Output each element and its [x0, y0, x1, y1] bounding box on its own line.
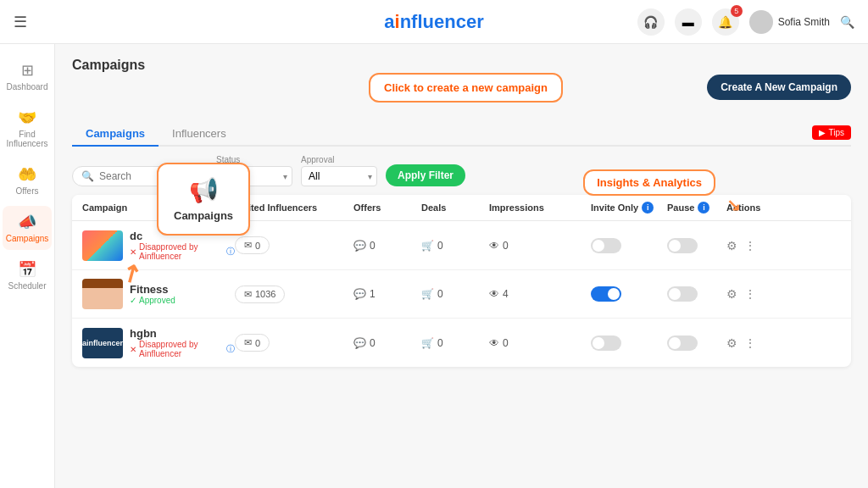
sidebar-item-offers[interactable]: 🤲 Offers [3, 158, 52, 202]
scheduler-icon: 📅 [18, 260, 36, 279]
pause-hgbn[interactable] [667, 336, 726, 351]
main-content: Campaigns Click to create a new campaign… [55, 44, 868, 488]
gear-icon-dc[interactable]: ⚙ [726, 239, 737, 252]
create-campaign-button[interactable]: Create A New Campaign [707, 75, 851, 100]
deals-dc: 🛒 0 [421, 240, 489, 252]
pause-toggle-hgbn[interactable] [667, 336, 698, 351]
offers-hgbn: 💬 0 [353, 337, 421, 349]
invite-toggle-dc[interactable] [591, 238, 621, 253]
sidebar-item-campaigns[interactable]: 📣 Campaigns [3, 206, 52, 250]
dots-icon-dc[interactable]: ⋮ [744, 239, 756, 252]
approved-icon: ✓ [130, 296, 136, 305]
campaign-thumb-fitness [82, 279, 123, 309]
campaigns-tooltip-label: Campaigns [174, 209, 233, 222]
actions-hgbn: ⚙ ⋮ [726, 336, 777, 350]
pause-toggle-fitness[interactable] [667, 286, 698, 302]
invited-mail-btn-hgbn[interactable]: ✉ 0 [235, 334, 270, 352]
pause-fitness[interactable] [667, 286, 726, 302]
sidebar-label-find: Find Influencers [7, 130, 48, 148]
nav-icons: 🎧 ▬ 🔔 5 Sofia Smith 🔍 [637, 8, 854, 36]
actions-fitness: ⚙ ⋮ [726, 287, 777, 301]
disapproved-icon: ✕ [130, 247, 136, 257]
approval-filter-label: Approval [301, 155, 377, 164]
invited-hgbn: ✉ 0 [235, 334, 353, 352]
tabs: Campaigns Influencers ▶ Tips [72, 122, 851, 147]
approval-filter-group: Approval All [301, 155, 377, 186]
offers-fitness: 💬 1 [353, 288, 421, 300]
user-avatar[interactable]: Sofia Smith [749, 10, 830, 34]
analytics-arrow: ↘ [726, 195, 741, 215]
deals-hgbn: 🛒 0 [421, 337, 489, 349]
search-icon-nav[interactable]: 🔍 [840, 15, 854, 29]
offers-icon: 🤲 [18, 165, 36, 184]
hamburger-icon[interactable]: ☰ [14, 13, 27, 31]
offers-dc: 💬 0 [353, 240, 421, 252]
pause-toggle-dc[interactable] [667, 238, 698, 253]
invite-only-fitness[interactable] [591, 286, 667, 302]
bell-icon[interactable]: 🔔 5 [712, 8, 739, 36]
sidebar-item-scheduler[interactable]: 📅 Scheduler [3, 253, 52, 297]
table-row: Fitness ✓ Approved ✉ 1036 💬 1 🛒 0 👁 4 [72, 270, 851, 319]
search-icon: 🔍 [81, 170, 94, 182]
avatar-circle [749, 10, 773, 34]
invite-only-info: i [642, 202, 654, 214]
pause-info: i [698, 202, 709, 214]
impressions-dc: 👁 0 [489, 240, 591, 252]
th-deals: Deals [421, 202, 489, 214]
campaign-cell-hgbn: ainfluencer hgbn ✕ Disapproved by Ainflu… [82, 327, 235, 358]
campaign-thumb-hgbn: ainfluencer [82, 328, 123, 358]
campaign-cell-fitness: Fitness ✓ Approved [82, 279, 235, 309]
gear-icon-fitness[interactable]: ⚙ [726, 287, 737, 301]
actions-dc: ⚙ ⋮ [726, 239, 777, 252]
invited-mail-btn-fitness[interactable]: ✉ 1036 [235, 286, 285, 303]
page-title: Campaigns [72, 58, 851, 73]
invited-mail-btn-dc[interactable]: ✉ 0 [235, 236, 270, 254]
gear-icon-hgbn[interactable]: ⚙ [726, 336, 737, 350]
impressions-hgbn: 👁 0 [489, 337, 591, 349]
notification-badge: 5 [731, 5, 743, 17]
disapproved-icon-hgbn: ✕ [130, 345, 136, 354]
sidebar: ⊞ Dashboard 🤝 Find Influencers 🤲 Offers … [0, 44, 55, 488]
dots-icon-hgbn[interactable]: ⋮ [744, 336, 756, 350]
status-info-hgbn: ⓘ [226, 343, 235, 355]
invited-dc: ✉ 0 [235, 236, 353, 254]
status-badge-hgbn: ✕ Disapproved by Ainfluencer ⓘ [130, 340, 235, 358]
approval-select-wrapper: All [301, 166, 377, 186]
headphone-icon[interactable]: 🎧 [637, 8, 665, 36]
campaigns-tooltip-icon: 📢 [189, 176, 219, 204]
tab-campaigns[interactable]: Campaigns [72, 122, 159, 147]
user-name: Sofia Smith [778, 16, 830, 28]
sidebar-item-find-influencers[interactable]: 🤝 Find Influencers [3, 102, 52, 155]
card-icon[interactable]: ▬ [675, 8, 702, 36]
sidebar-label-scheduler: Scheduler [8, 281, 46, 291]
campaign-info-hgbn: hgbn ✕ Disapproved by Ainfluencer ⓘ [130, 327, 235, 358]
deals-fitness: 🛒 0 [421, 288, 489, 300]
pause-dc[interactable] [667, 238, 726, 253]
layout: ⊞ Dashboard 🤝 Find Influencers 🤲 Offers … [0, 44, 868, 488]
tips-button[interactable]: ▶ Tips [812, 125, 851, 140]
analytics-bubble: Insights & Analytics [583, 169, 715, 196]
invite-only-hgbn[interactable] [591, 336, 667, 351]
sidebar-item-dashboard[interactable]: ⊞ Dashboard [3, 54, 52, 98]
sidebar-label-dashboard: Dashboard [7, 82, 48, 92]
impressions-fitness: 👁 4 [489, 288, 591, 300]
dashboard-icon: ⊞ [21, 61, 34, 80]
invite-toggle-hgbn[interactable] [591, 336, 621, 351]
invited-fitness: ✉ 1036 [235, 286, 353, 303]
approval-select[interactable]: All [301, 166, 377, 186]
logo: ainfluencer [384, 11, 483, 33]
top-nav: ☰ ainfluencer 🎧 ▬ 🔔 5 Sofia Smith 🔍 [0, 0, 868, 44]
campaign-thumb-dc [82, 230, 123, 261]
tab-influencers[interactable]: Influencers [159, 122, 240, 147]
sidebar-label-campaigns: Campaigns [6, 234, 49, 243]
invite-only-dc[interactable] [591, 238, 667, 253]
th-invited: Invited Influencers [235, 202, 353, 214]
campaigns-tooltip-card: 📢 Campaigns [157, 163, 250, 236]
status-badge-dc: ✕ Disapproved by Ainfluencer ⓘ [130, 242, 235, 261]
apply-filter-button[interactable]: Apply Filter [386, 164, 465, 186]
callout-bubble: Click to create a new campaign [369, 73, 563, 103]
invite-toggle-fitness[interactable] [591, 286, 621, 302]
status-info-dc: ⓘ [226, 246, 235, 258]
find-influencers-icon: 🤝 [18, 108, 36, 127]
dots-icon-fitness[interactable]: ⋮ [744, 287, 756, 301]
